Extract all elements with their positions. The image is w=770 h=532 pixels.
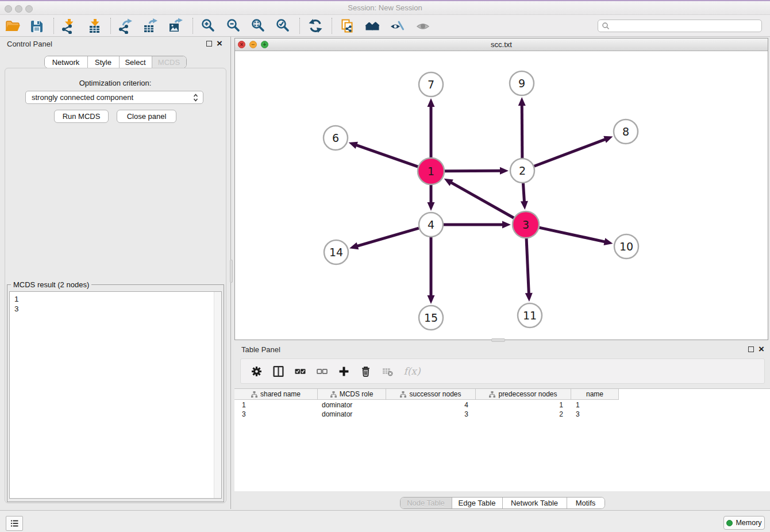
zoom-selected-icon[interactable]: [273, 16, 292, 36]
cell-predecessor-nodes[interactable]: 2: [476, 410, 571, 419]
import-network-icon[interactable]: [59, 16, 78, 36]
open-file-icon[interactable]: [3, 16, 22, 36]
cell-successor-nodes[interactable]: 4: [386, 400, 476, 410]
search-input[interactable]: [610, 22, 761, 30]
graph-edge-arrow-2-3: [521, 201, 528, 210]
vertical-splitter-handle[interactable]: [230, 260, 233, 283]
graph-edge-arrow-4-15: [428, 295, 435, 304]
zoom-fit-icon[interactable]: [248, 16, 268, 36]
column-type-icon: [330, 391, 337, 398]
column-header-name[interactable]: name: [571, 389, 619, 400]
close-panel-button[interactable]: Close panel: [117, 110, 176, 123]
column-type-icon: [400, 391, 406, 398]
mcds-result-list[interactable]: 1 3: [9, 291, 222, 499]
tab-motifs[interactable]: Motifs: [567, 498, 605, 508]
graph-edge-4-14[interactable]: [357, 228, 419, 246]
graph-node-label: 9: [518, 77, 525, 90]
graph-node-label: 10: [619, 240, 633, 253]
main-toolbar: [0, 15, 770, 37]
tab-network-table[interactable]: Network Table: [502, 498, 567, 508]
table-panel: Table Panel ×: [234, 342, 770, 509]
column-label: name: [586, 390, 603, 398]
memory-button[interactable]: Memory: [723, 516, 765, 530]
tab-edge-table[interactable]: Edge Table: [452, 498, 502, 508]
import-table-icon[interactable]: [85, 16, 105, 36]
column-label: shared name: [260, 390, 301, 398]
add-column-icon[interactable]: [337, 365, 350, 377]
export-network-icon[interactable]: [116, 16, 135, 36]
cell-name[interactable]: 1: [571, 400, 619, 410]
graph-node-label: 2: [519, 164, 526, 177]
toolbar-separator: [299, 18, 300, 34]
table-row[interactable]: 3 dominator 3 2 3: [234, 410, 619, 419]
float-panel-icon[interactable]: [748, 346, 754, 352]
tab-mcds[interactable]: MCDS: [152, 56, 186, 68]
settings-gear-icon[interactable]: [250, 365, 263, 377]
export-table-icon[interactable]: [140, 16, 160, 36]
hide-selected-icon[interactable]: [387, 16, 407, 36]
graph-edge-3-1[interactable]: [451, 182, 514, 218]
save-session-icon[interactable]: [27, 16, 47, 36]
graph-edge-3-11[interactable]: [526, 238, 529, 294]
graph-edge-1-2[interactable]: [445, 171, 501, 171]
tab-style[interactable]: Style: [87, 56, 119, 68]
close-panel-icon[interactable]: ×: [759, 343, 764, 356]
result-scrollbar[interactable]: [214, 292, 221, 498]
float-panel-icon[interactable]: [206, 41, 212, 47]
graph-edge-arrow-1-7: [428, 98, 435, 107]
column-header-successor-nodes[interactable]: successor nodes: [386, 389, 476, 400]
tab-select[interactable]: Select: [119, 56, 152, 68]
criterion-dropdown-value: strongly connected component: [32, 93, 193, 102]
cell-predecessor-nodes[interactable]: 1: [476, 400, 571, 410]
network-canvas[interactable]: 7968124314101511: [235, 51, 768, 340]
table-panel-title: Table Panel: [241, 345, 280, 354]
graph-edge-arrow-4-3: [502, 221, 511, 229]
close-panel-icon[interactable]: ×: [217, 37, 222, 50]
column-header-mcds-role[interactable]: MCDS role: [318, 389, 386, 400]
delete-column-icon[interactable]: [359, 365, 372, 377]
cell-name[interactable]: 3: [571, 410, 619, 419]
first-neighbors-icon[interactable]: [363, 16, 382, 36]
apply-layout-icon[interactable]: [306, 16, 325, 36]
show-column-panel-icon[interactable]: [272, 365, 284, 377]
node-table: shared name MCDS role successor nodes pr…: [234, 388, 770, 491]
graph-node-label: 8: [622, 125, 629, 138]
cell-shared-name[interactable]: 3: [234, 410, 318, 419]
show-all-icon: [413, 16, 433, 36]
tab-node-table[interactable]: Node Table: [401, 498, 452, 508]
control-panel: Control Panel × Network Style Select MCD…: [0, 37, 231, 509]
graph-node-label: 6: [332, 132, 339, 144]
graph-edge-arrow-3-11: [525, 293, 533, 302]
title-bar: Session: New Session: [0, 0, 770, 15]
column-header-shared-name[interactable]: shared name: [234, 389, 318, 400]
graph-edge-arrow-2-9: [518, 97, 526, 106]
column-label: predecessor nodes: [498, 390, 557, 398]
mcds-result-title: MCDS result (2 nodes): [11, 280, 91, 289]
export-image-icon[interactable]: [165, 16, 185, 36]
table-row[interactable]: 1 dominator 4 1 1: [234, 400, 619, 410]
search-box[interactable]: [598, 20, 762, 32]
select-all-icon[interactable]: [294, 365, 306, 377]
zoom-in-icon[interactable]: [198, 16, 218, 36]
graph-edge-3-10[interactable]: [539, 228, 605, 242]
show-panels-button[interactable]: [6, 516, 23, 531]
zoom-out-icon[interactable]: [224, 16, 243, 36]
table-type-tabs: Node Table Edge Table Network Table Moti…: [234, 497, 770, 509]
cell-mcds-role[interactable]: dominator: [318, 400, 386, 410]
horizontal-splitter-handle[interactable]: [491, 338, 505, 342]
column-header-predecessor-nodes[interactable]: predecessor nodes: [476, 389, 571, 400]
graph-edge-1-6[interactable]: [356, 145, 418, 167]
run-mcds-button[interactable]: Run MCDS: [54, 110, 109, 123]
deselect-all-icon[interactable]: [315, 365, 328, 377]
cell-mcds-role[interactable]: dominator: [318, 410, 386, 419]
graph-edge-2-8[interactable]: [534, 139, 606, 166]
duplicate-network-icon[interactable]: [337, 16, 357, 36]
cell-shared-name[interactable]: 1: [234, 400, 318, 410]
graph-edge-2-3[interactable]: [523, 183, 524, 202]
cell-successor-nodes[interactable]: 3: [386, 410, 476, 419]
network-window-titlebar[interactable]: × − + scc.txt: [235, 38, 768, 51]
graph-node-label: 11: [523, 309, 537, 322]
tab-network[interactable]: Network: [45, 56, 87, 68]
graph-edge-2-9[interactable]: [522, 105, 522, 158]
criterion-dropdown[interactable]: strongly connected component: [25, 91, 203, 104]
